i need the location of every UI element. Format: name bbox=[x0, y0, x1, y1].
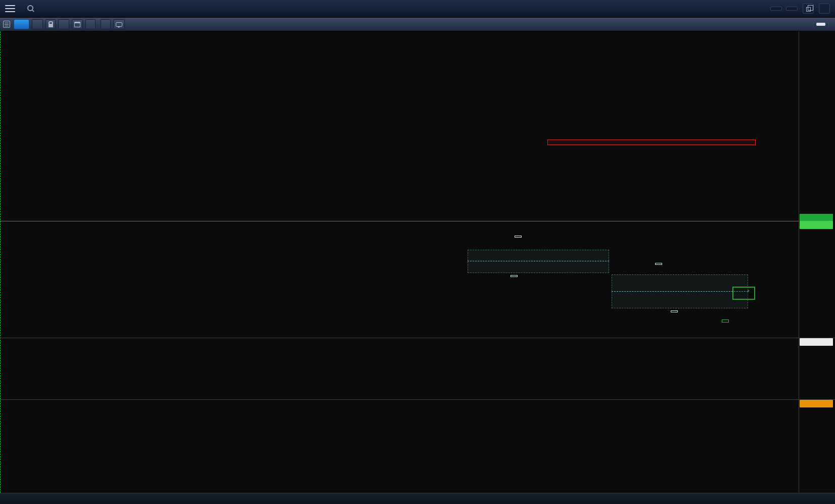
zeichenwerkzeuge-button[interactable] bbox=[428, 498, 442, 499]
main-price-axis[interactable] bbox=[799, 31, 835, 338]
lock-button[interactable] bbox=[45, 19, 56, 29]
settings-gear-button[interactable] bbox=[101, 19, 111, 29]
target-zone-box[interactable] bbox=[732, 287, 755, 300]
restore-window-button[interactable] bbox=[803, 4, 814, 14]
muster-button[interactable] bbox=[445, 498, 459, 499]
indicator1-pane[interactable] bbox=[0, 338, 799, 399]
stop-loss-zone[interactable] bbox=[547, 140, 756, 145]
candlestick-chart[interactable] bbox=[0, 31, 152, 107]
chart-forum-button[interactable] bbox=[113, 19, 125, 29]
chart-tools-button[interactable] bbox=[816, 23, 825, 26]
restore-icon bbox=[806, 7, 811, 12]
titlebar bbox=[0, 0, 835, 18]
chat-bubble-icon bbox=[116, 22, 122, 27]
bottom-toolbar bbox=[0, 493, 835, 504]
seconds-button[interactable] bbox=[85, 19, 96, 29]
indikatoren-button[interactable] bbox=[410, 498, 425, 499]
price-axis[interactable] bbox=[799, 31, 835, 493]
indicator1-axis[interactable] bbox=[799, 338, 835, 399]
pane-divider[interactable] bbox=[0, 399, 835, 400]
chart-toolbar bbox=[0, 18, 835, 31]
current-price-line bbox=[0, 221, 799, 221]
sell-price-button[interactable] bbox=[770, 7, 782, 11]
zeitraum-button[interactable] bbox=[376, 498, 390, 499]
price-chart-pane[interactable] bbox=[0, 31, 799, 338]
indicator2-pane[interactable] bbox=[0, 399, 799, 493]
measurement-value-2 bbox=[671, 310, 678, 312]
indicator2-oscillator-chart[interactable] bbox=[0, 399, 152, 475]
timeframe-dropdown[interactable] bbox=[32, 19, 43, 29]
search-icon[interactable] bbox=[27, 5, 34, 12]
menu-icon[interactable] bbox=[5, 5, 15, 12]
last-price-badge bbox=[800, 214, 833, 221]
lock-icon bbox=[49, 24, 53, 27]
indicator2-axis[interactable] bbox=[799, 399, 835, 493]
pane-divider[interactable] bbox=[0, 338, 835, 338]
calendar-icon bbox=[74, 22, 80, 27]
close-window-button[interactable] bbox=[819, 4, 830, 14]
measurement-line-2 bbox=[612, 291, 748, 292]
measurement-box-1[interactable] bbox=[468, 250, 609, 273]
measurement-label-1 bbox=[515, 236, 522, 238]
options-button[interactable] bbox=[14, 19, 29, 29]
panel-icon[interactable] bbox=[3, 21, 10, 28]
measurement-value-1 bbox=[511, 275, 518, 277]
calendar-button[interactable] bbox=[72, 19, 83, 29]
chart-area[interactable] bbox=[0, 31, 835, 493]
chart-typ-button[interactable] bbox=[393, 498, 407, 499]
measurement-label-2 bbox=[655, 263, 662, 265]
cursor-info-box bbox=[722, 319, 729, 323]
current-price-badge bbox=[800, 221, 833, 229]
indicator1-value-badge bbox=[800, 338, 833, 346]
lookback-dropdown[interactable] bbox=[58, 19, 69, 29]
buy-price-button[interactable] bbox=[786, 7, 798, 11]
indicator2-value-badge bbox=[800, 400, 833, 407]
measurement-line-1 bbox=[468, 261, 609, 261]
